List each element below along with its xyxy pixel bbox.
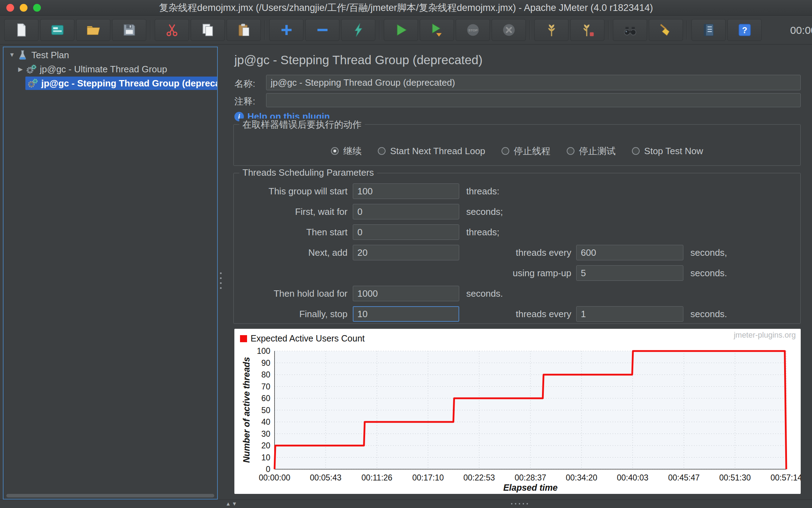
tree-horizontal-scrollbar[interactable] — [6, 494, 214, 497]
jmeter-window: 复杂线程demojmx.jmx (/Users/zhangjie/工作/百融/j… — [0, 0, 812, 508]
radio-continue[interactable]: 继续 — [331, 145, 362, 157]
remote-start-all-button[interactable] — [534, 19, 568, 41]
plus-icon — [279, 22, 294, 38]
tree-item-label: Test Plan — [31, 50, 69, 61]
templates-button[interactable] — [40, 19, 74, 41]
field-suffix: threads: — [466, 186, 499, 197]
new-button[interactable] — [4, 19, 38, 41]
add-element-button[interactable] — [269, 19, 303, 41]
radio-stop-test[interactable]: 停止测试 — [567, 145, 616, 157]
svg-text:00:34:20: 00:34:20 — [566, 473, 597, 482]
radio-stop-thread[interactable]: 停止线程 — [502, 145, 550, 157]
svg-text:70: 70 — [261, 382, 270, 391]
field-label: threads every — [459, 309, 571, 320]
group-start-threads-input[interactable] — [353, 183, 459, 199]
splitter-collapse-arrows[interactable]: ▲▼ — [226, 501, 238, 507]
bottom-splitter-strip: ▲▼ — [0, 500, 812, 508]
open-folder-icon — [86, 22, 101, 38]
save-button[interactable] — [112, 19, 146, 41]
search-button[interactable] — [613, 19, 647, 41]
help-button[interactable]: ? — [727, 19, 762, 41]
svg-text:00:45:47: 00:45:47 — [668, 473, 700, 482]
scheduling-title: Threads Scheduling Parameters — [239, 167, 377, 178]
copy-button[interactable] — [191, 19, 225, 41]
toggle-button[interactable] — [341, 19, 375, 41]
error-action-groupbox: 在取样器错误后要执行的动作 继续 Start Next Thread Loop … — [233, 124, 801, 166]
tree-item-label: jp@gc - Stepping Thread Group (deprecate… — [41, 78, 218, 89]
radio-icon — [567, 147, 574, 155]
stop-threads-input[interactable] — [353, 306, 459, 322]
ramp-up-input[interactable] — [576, 265, 683, 281]
stop-button[interactable]: STOP — [456, 19, 490, 41]
threads-scheduling-groupbox: Threads Scheduling Parameters This group… — [233, 173, 801, 324]
vertical-splitter-handle[interactable] — [220, 272, 222, 289]
svg-text:90: 90 — [261, 358, 270, 368]
initial-delay-input[interactable] — [353, 204, 459, 219]
minimize-window-button[interactable] — [20, 4, 27, 12]
field-suffix: threads; — [466, 227, 499, 238]
help-icon: ? — [737, 22, 752, 38]
start-threads-input[interactable] — [353, 224, 459, 240]
thread-group-icon — [27, 78, 38, 89]
comment-label: 注释: — [234, 95, 255, 108]
radio-start-next-thread-loop[interactable]: Start Next Thread Loop — [378, 146, 485, 157]
chevron-right-icon[interactable]: ▶ — [16, 66, 25, 73]
radio-label: 停止线程 — [514, 145, 550, 157]
field-suffix: seconds. — [466, 288, 503, 299]
hold-load-input[interactable] — [353, 286, 459, 301]
svg-text:0: 0 — [266, 465, 270, 474]
start-no-pauses-button[interactable] — [420, 19, 454, 41]
svg-text:60: 60 — [261, 394, 270, 403]
svg-text:00:05:43: 00:05:43 — [310, 473, 342, 482]
function-helper-button[interactable] — [691, 19, 726, 41]
paste-button[interactable] — [227, 19, 261, 41]
radio-icon — [502, 147, 509, 155]
expected-users-chart: 00:00:0000:05:4300:11:2600:17:1000:22:53… — [234, 329, 801, 494]
add-threads-input[interactable] — [353, 245, 459, 260]
x-axis-title: Elapsed time — [503, 483, 558, 493]
add-threads-period-input[interactable] — [576, 245, 683, 260]
copy-icon — [200, 22, 216, 38]
page-title: jp@gc - Stepping Thread Group (deprecate… — [234, 53, 482, 67]
field-suffix: seconds, — [690, 247, 727, 258]
cut-button[interactable] — [155, 19, 189, 41]
test-plan-tree: ▼ Test Plan ▶ jp@gc - Ultimate Thread Gr… — [3, 47, 218, 500]
zoom-window-button[interactable] — [33, 4, 41, 12]
tree-item-stepping-thread-group[interactable]: jp@gc - Stepping Thread Group (deprecate… — [4, 76, 217, 90]
play-no-pauses-icon — [429, 22, 445, 38]
close-window-button[interactable] — [6, 4, 14, 12]
svg-text:80: 80 — [261, 370, 270, 379]
selected-tree-item[interactable]: jp@gc - Stepping Thread Group (deprecate… — [25, 77, 218, 90]
chevron-down-icon[interactable]: ▼ — [7, 52, 17, 59]
wheat-icon — [544, 22, 559, 38]
radio-stop-test-now[interactable]: Stop Test Now — [632, 146, 703, 157]
save-floppy-icon — [122, 22, 137, 38]
start-button[interactable] — [384, 19, 418, 41]
toolbar-separator — [150, 20, 151, 40]
shutdown-button[interactable] — [492, 19, 526, 41]
sched-row: Then start threads; — [234, 222, 800, 242]
scissors-icon — [164, 22, 180, 38]
svg-text:00:57:14: 00:57:14 — [770, 473, 801, 482]
remove-element-button[interactable] — [305, 19, 339, 41]
new-file-icon — [14, 22, 29, 38]
tree-item-test-plan[interactable]: ▼ Test Plan — [4, 48, 217, 62]
svg-text:100: 100 — [257, 346, 270, 356]
open-button[interactable] — [76, 19, 110, 41]
field-label: This group will start — [234, 186, 347, 197]
field-suffix: seconds. — [690, 268, 727, 279]
name-input[interactable] — [266, 75, 801, 90]
clear-all-button[interactable] — [649, 19, 683, 41]
sched-row: This group will start threads: — [234, 181, 800, 201]
radio-icon — [331, 147, 339, 155]
legend-swatch — [240, 335, 247, 342]
tree-item-ultimate-thread-group[interactable]: ▶ jp@gc - Ultimate Thread Group — [4, 62, 217, 76]
radio-label: 继续 — [343, 145, 362, 157]
horizontal-splitter-handle[interactable] — [511, 503, 528, 504]
radio-label: Stop Test Now — [644, 146, 703, 157]
comment-input[interactable] — [266, 93, 801, 107]
notebook-icon — [701, 22, 716, 38]
remote-shutdown-all-button[interactable] — [570, 19, 604, 41]
broom-icon — [658, 22, 674, 38]
stop-threads-period-input[interactable] — [576, 306, 683, 322]
